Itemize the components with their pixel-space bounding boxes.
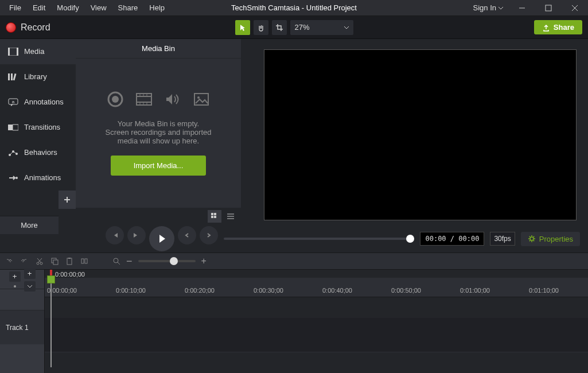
svg-rect-21 [137,94,151,105]
split-button[interactable] [80,257,88,265]
behaviors-icon [8,149,18,157]
playhead[interactable] [47,270,55,367]
next-frame-button[interactable] [127,226,146,244]
svg-line-51 [118,262,120,265]
maximize-button[interactable] [535,0,562,16]
zoom-dropdown[interactable]: 27% [290,20,353,35]
annotations-icon: a [8,98,18,106]
add-marker-button[interactable]: + [9,271,21,282]
menu-edit[interactable]: Edit [27,1,51,14]
play-button[interactable] [149,226,174,251]
svg-rect-30 [194,94,208,105]
menu-file[interactable]: File [3,1,27,14]
cut-button[interactable] [36,257,44,265]
track-row[interactable] [45,318,588,352]
fps-display[interactable]: 30fps [490,232,515,246]
zoom-out-button[interactable]: − [126,255,133,267]
tab-behaviors[interactable]: Behaviors [0,140,76,165]
svg-rect-8 [11,73,13,80]
svg-rect-48 [81,259,84,263]
share-button[interactable]: Share [534,20,582,34]
sign-in-button[interactable]: Sign In [468,1,509,14]
svg-rect-1 [546,5,551,11]
close-button[interactable] [562,0,588,16]
search-icon [112,257,120,265]
svg-rect-32 [211,213,213,215]
list-view-button[interactable] [224,210,237,223]
tab-annotations[interactable]: a Annotations [0,90,76,115]
side-tabs: Media Library a Annotations Transitions … [0,39,76,225]
svg-point-39 [530,237,534,240]
add-button[interactable] [59,191,76,209]
time-display: 00:00 / 00:00 [420,232,484,246]
toolbar: Record 27% Share [0,16,588,39]
cursor-time: 0:00:00;00 [55,271,85,278]
preview-canvas[interactable] [264,49,577,220]
menu-modify[interactable]: Modify [51,1,84,14]
tab-media[interactable]: Media [0,39,76,64]
zoom-in-button[interactable]: + [201,256,207,266]
svg-rect-45 [53,260,58,265]
scrub-slider[interactable] [224,238,414,240]
menu-share[interactable]: Share [112,1,144,14]
svg-point-40 [37,262,39,265]
gear-icon [528,235,536,243]
svg-text:a: a [12,99,15,104]
chevron-down-icon [344,25,349,30]
properties-button[interactable]: Properties [521,232,580,246]
pointer-tool[interactable] [235,20,250,35]
svg-rect-6 [17,48,18,56]
tab-transitions[interactable]: Transitions [0,115,76,140]
tab-animations[interactable]: Animations [0,165,76,191]
media-type-icons [107,91,210,108]
main-menu: File Edit Modify View Share Help [0,1,170,14]
copy-button[interactable] [50,257,59,265]
add-track-button[interactable]: + [24,269,36,279]
media-icon [8,48,18,56]
svg-point-20 [112,96,119,103]
track-options-button[interactable] [24,281,36,292]
record-button[interactable]: Record [6,22,50,33]
svg-rect-33 [214,213,216,215]
svg-rect-47 [68,258,71,259]
redo-button[interactable] [21,257,29,265]
undo-button[interactable] [6,257,14,265]
animations-icon [8,174,18,182]
svg-rect-34 [211,216,213,218]
track-label[interactable]: Track 1 [0,310,44,344]
svg-point-16 [15,177,18,179]
paste-button[interactable] [65,257,73,265]
svg-rect-7 [8,73,10,80]
more-button[interactable]: More [0,216,59,234]
menu-help[interactable]: Help [143,1,170,14]
empty-message: Your Media Bin is empty. Screen recordin… [106,119,212,145]
transitions-icon [8,123,18,131]
canvas-area [241,39,588,225]
menu-view[interactable]: View [85,1,112,14]
svg-rect-5 [8,48,10,56]
prev-clip-button[interactable] [178,226,196,244]
prev-frame-button[interactable] [106,226,124,244]
timeline: + + Track 1 0:00:00;00 0:00:00;00 0:00:1… [0,270,588,373]
video-icon [135,91,153,108]
svg-rect-35 [214,216,216,218]
media-bin-title: Media Bin [76,39,241,59]
svg-rect-9 [13,73,16,80]
svg-rect-49 [85,259,87,263]
pan-tool[interactable] [254,20,268,35]
next-clip-button[interactable] [200,226,218,244]
timeline-body[interactable]: 0:00:00;00 0:00:00;00 0:00:10;00 0:00:20… [45,270,588,373]
tab-library[interactable]: Library [0,64,76,90]
audio-icon [164,91,181,108]
minimize-button[interactable] [509,0,535,16]
timeline-tools: − + [0,252,588,270]
crop-tool[interactable] [272,20,287,35]
chevron-down-icon [499,6,503,10]
timeline-zoom-slider[interactable] [138,260,196,262]
svg-rect-12 [8,125,13,130]
import-media-button[interactable]: Import Media... [111,156,207,176]
grid-view-button[interactable] [208,210,221,223]
library-icon [8,73,18,81]
media-bin: Media Bin Your Media Bin is empty. Scree… [76,39,241,225]
timeline-ruler[interactable]: 0:00:00;00 0:00:10;00 0:00:20;00 0:00:30… [45,278,588,297]
